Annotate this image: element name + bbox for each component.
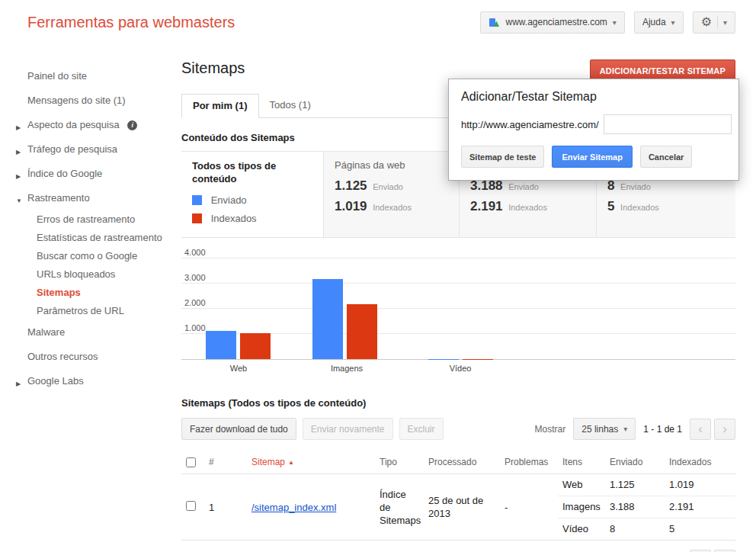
bar-imagens-enviado	[312, 279, 343, 359]
category-label-web: Web	[230, 364, 247, 373]
download-all-button[interactable]: Fazer download de tudo	[181, 418, 296, 440]
y-axis-tick: 1.000	[184, 323, 206, 332]
sidebar-item-label: Buscar como o Google	[37, 250, 137, 262]
sidebar-item-estatisticas-de-rastreamento[interactable]: Estatísticas de rastreamento	[37, 229, 165, 247]
sidebar-item-painel-do-site[interactable]: Painel do site	[27, 64, 181, 88]
table-row: 1 /sitemap_index.xml Índice de Sitemaps …	[181, 474, 735, 541]
page-size-label: 25 linhas	[581, 424, 618, 435]
sidebar-item-malware[interactable]: Malware	[27, 320, 181, 345]
header-actions: www.agenciamestre.com ▾ Ajuda ▾ ⚙ ▾	[480, 11, 735, 34]
sitemap-link[interactable]: /sitemap_index.xml	[251, 502, 336, 513]
item-enviado: 1.125	[605, 474, 665, 496]
col-header-num[interactable]: #	[204, 451, 247, 473]
delete-button[interactable]: Excluir	[399, 418, 444, 440]
sidebar-item-mensagens[interactable]: Mensagens do site (1)	[27, 88, 181, 113]
app-title: Ferramentas para webmasters	[27, 14, 235, 31]
next-page-button[interactable]: ›	[714, 419, 735, 440]
cancel-button[interactable]: Cancelar	[640, 146, 692, 168]
col-header-indexados[interactable]: Indexados	[665, 451, 735, 473]
col-header-problemas[interactable]: Problemas	[500, 451, 558, 473]
y-axis-tick: 4.000	[184, 248, 206, 257]
chart-category-labels: Web Imagens Vídeo	[181, 364, 735, 379]
item-indexados: 1.019	[665, 474, 735, 496]
collapsed-arrow-icon: ▶	[16, 171, 21, 183]
popup-title: Adicionar/Testar Sitemap	[461, 90, 726, 104]
sidebar-item-outros-recursos[interactable]: Outros recursos	[27, 345, 181, 369]
sidebar-item-urls-bloqueados[interactable]: URLs bloqueados	[37, 265, 165, 284]
sidebar-item-indice-do-google[interactable]: ▶ Índice do Google	[27, 162, 181, 186]
table-toolbar: Fazer download de tudo Enviar novamente …	[181, 418, 735, 440]
resend-button[interactable]: Enviar novamente	[303, 418, 393, 440]
stat-label: Enviado	[620, 182, 651, 191]
gridline	[181, 283, 735, 284]
item-enviado: 8	[605, 518, 665, 540]
page-title: Sitemaps	[181, 59, 245, 77]
page-size-dropdown[interactable]: 25 linhas ▾	[573, 418, 636, 440]
row-checkbox[interactable]	[186, 501, 196, 511]
tab-por-mim[interactable]: Por mim (1)	[181, 94, 259, 118]
sidebar-item-parametros-de-url[interactable]: Parâmetros de URL	[37, 302, 165, 320]
sidebar-item-label: Mensagens do site (1)	[27, 95, 126, 106]
show-label: Mostrar	[535, 424, 566, 435]
table-section-title: Sitemaps (Todos os tipos de conteúdo)	[181, 397, 735, 409]
select-all-checkbox[interactable]	[186, 457, 196, 467]
sidebar-item-label: Sitemaps	[37, 287, 81, 298]
settings-dropdown[interactable]: ⚙ ▾	[693, 11, 735, 34]
item-indexados: 5	[665, 518, 735, 540]
pagination: ‹ ›	[690, 419, 735, 440]
stats-web-cell: Páginas da web 1.125 Enviado 1.019 Index…	[323, 152, 459, 237]
bar-group-imagens	[312, 279, 377, 359]
sidebar-item-label: Rastreamento	[27, 192, 90, 204]
item-enviado: 3.188	[605, 496, 665, 518]
sitemap-path-input[interactable]	[604, 114, 732, 134]
submit-sitemap-button[interactable]: Enviar Sitemap	[552, 146, 632, 168]
chevron-down-icon: ▾	[623, 425, 627, 433]
bar-web-indexados	[240, 333, 271, 359]
test-sitemap-button[interactable]: Sitemap de teste	[461, 146, 544, 168]
legend-label: Indexados	[211, 213, 257, 224]
sidebar-item-google-labs[interactable]: ▶ Google Labs	[27, 369, 181, 393]
sidebar-item-buscar-como-o-google[interactable]: Buscar como o Google	[37, 247, 165, 265]
sidebar-item-sitemaps[interactable]: Sitemaps	[37, 284, 165, 302]
col-header-itens[interactable]: Itens	[558, 451, 605, 473]
site-selector-label: www.agenciamestre.com	[505, 17, 607, 27]
all-types-label: Todos os tipos de conteúdo	[192, 159, 312, 185]
add-test-sitemap-popup: Adicionar/Testar Sitemap http://www.agen…	[448, 79, 739, 181]
legend-swatch-enviado	[192, 195, 202, 205]
gear-icon: ⚙	[701, 16, 712, 28]
item-name: Vídeo	[558, 518, 605, 540]
button-divider	[717, 16, 718, 28]
webmaster-tools-site-icon	[489, 17, 500, 28]
col-header-enviado[interactable]: Enviado	[605, 451, 665, 473]
col-header-label: Sitemap	[251, 457, 285, 467]
table-header-row: # Sitemap ▲ Tipo Processado Problemas It…	[181, 451, 735, 474]
legend-enviado: Enviado	[192, 194, 312, 206]
prev-page-button[interactable]: ‹	[690, 419, 711, 440]
sidebar-item-label: Parâmetros de URL	[37, 305, 124, 316]
stat-value: 1.019	[335, 199, 367, 213]
sidebar-item-label: Painel do site	[27, 70, 87, 82]
stat-value: 1.125	[335, 178, 367, 193]
item-indexados: 2.191	[665, 496, 735, 518]
item-name: Web	[558, 474, 605, 496]
info-icon[interactable]: i	[127, 120, 137, 130]
row-num: 1	[204, 496, 247, 518]
stat-title: Páginas da web	[335, 159, 448, 171]
col-header-processado[interactable]: Processado	[424, 451, 500, 473]
stat-label: Indexados	[373, 203, 412, 212]
sidebar-item-aspecto-da-pesquisa[interactable]: ▶ Aspecto da pesquisa i	[27, 113, 181, 137]
sidebar-item-erros-de-rastreamento[interactable]: Erros de rastreamento	[37, 210, 165, 229]
col-header-sitemap[interactable]: Sitemap ▲	[247, 451, 375, 473]
legend-indexados: Indexados	[192, 213, 312, 224]
sidebar-nav: Painel do site Mensagens do site (1) ▶ A…	[0, 44, 181, 393]
button-label: Cancelar	[649, 152, 684, 162]
site-selector-dropdown[interactable]: www.agenciamestre.com ▾	[480, 11, 624, 34]
y-axis-tick: 2.000	[184, 298, 206, 307]
bar-imagens-indexados	[347, 304, 377, 359]
col-header-tipo[interactable]: Tipo	[375, 451, 424, 473]
sidebar-item-trafego-de-pesquisa[interactable]: ▶ Tráfego de pesquisa	[27, 137, 181, 162]
category-label-imagens: Imagens	[331, 364, 363, 373]
tab-todos[interactable]: Todos (1)	[259, 94, 322, 117]
sidebar-item-rastreamento[interactable]: ▼ Rastreamento	[27, 186, 181, 210]
help-dropdown[interactable]: Ajuda ▾	[634, 11, 684, 34]
